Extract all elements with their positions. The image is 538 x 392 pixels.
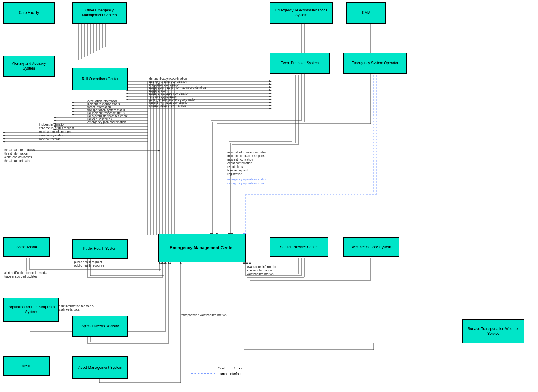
weather-service-label: Weather Service System: [352, 245, 391, 250]
population-housing-node: Population and Housing Data System: [3, 298, 59, 322]
care-facility-label: Care Facility: [19, 11, 39, 15]
other-emergency-node: Other Emergency Management Centers: [72, 2, 127, 24]
emergency-mgmt-node: Emergency Management Center: [158, 234, 246, 262]
emergency-sys-operator-label: Emergency System Operator: [352, 61, 399, 66]
emergency-telecom-label: Emergency Telecommunications System: [272, 8, 330, 17]
care-facility-node: Care Facility: [3, 2, 55, 24]
legend: Center to Center Human Interface: [191, 366, 242, 375]
rail-ops-node: Rail Operations Center: [72, 68, 128, 90]
legend-human-interface: Human Interface: [191, 372, 242, 375]
legend-center-to-center: Center to Center: [191, 366, 242, 370]
dmv-node: DMV: [346, 2, 386, 24]
special-needs-node: Special Needs Registry: [72, 316, 128, 337]
surface-transport-label: Surface Transportation Weather Service: [465, 327, 522, 336]
alerting-advisory-label: Alerting and Advisory System: [6, 61, 52, 71]
asset-mgmt-label: Asset Management System: [78, 365, 122, 370]
shelter-provider-node: Shelter Provider Center: [270, 237, 328, 257]
emergency-telecom-node: Emergency Telecommunications System: [270, 2, 333, 24]
legend-human-interface-label: Human Interface: [218, 372, 242, 375]
media-node: Media: [3, 356, 50, 376]
public-health-label: Public Health System: [83, 246, 117, 251]
event-promoter-node: Event Promoter System: [270, 53, 330, 74]
legend-line-solid: [191, 368, 215, 368]
social-media-label: Social Media: [16, 245, 37, 250]
media-label: Media: [22, 364, 32, 369]
population-housing-label: Population and Housing Data System: [6, 305, 57, 314]
public-health-node: Public Health System: [72, 239, 128, 259]
legend-center-to-center-label: Center to Center: [218, 366, 242, 370]
shelter-provider-label: Shelter Provider Center: [280, 245, 318, 250]
rail-ops-label: Rail Operations Center: [82, 77, 118, 82]
alerting-advisory-node: Alerting and Advisory System: [3, 56, 55, 77]
special-needs-label: Special Needs Registry: [81, 324, 119, 329]
legend-line-dashed: [191, 373, 215, 374]
dmv-label: DMV: [362, 11, 370, 15]
event-promoter-label: Event Promoter System: [281, 61, 319, 66]
social-media-node: Social Media: [3, 237, 50, 257]
asset-mgmt-node: Asset Management System: [72, 356, 128, 379]
surface-transport-node: Surface Transportation Weather Service: [462, 319, 524, 343]
weather-service-node: Weather Service System: [343, 237, 399, 257]
emergency-mgmt-label: Emergency Management Center: [170, 245, 234, 250]
other-emergency-label: Other Emergency Management Centers: [75, 8, 124, 17]
emergency-sys-operator-node: Emergency System Operator: [343, 53, 407, 74]
